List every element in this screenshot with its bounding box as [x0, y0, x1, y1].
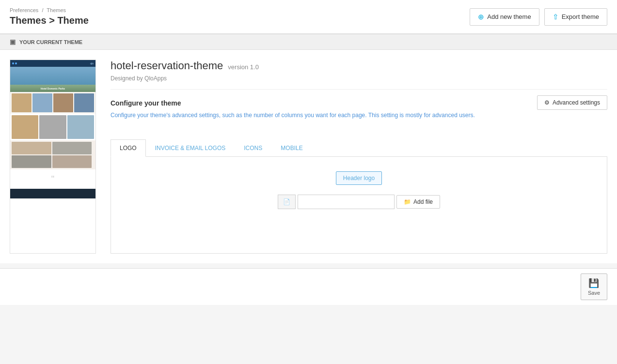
page-footer: 💾 Save	[0, 268, 617, 305]
file-input[interactable]	[298, 195, 395, 209]
theme-area: qlo Hotel Domenic Parks	[0, 50, 617, 263]
preview-amenity-4	[74, 93, 94, 112]
preview-logo: qlo	[90, 62, 94, 65]
header-logo-label: Header logo	[336, 171, 382, 185]
configure-desc-link[interactable]: theme's advanced settings	[150, 112, 219, 119]
preview-hero-text: Hotel Domenic Parks	[41, 87, 65, 90]
file-icon: 📄	[283, 198, 290, 205]
export-icon: ⇧	[553, 13, 559, 21]
breadcrumb-area: Preferences / Themes Themes > Theme	[10, 7, 89, 26]
preview-room-1	[12, 115, 38, 139]
folder-icon: 📁	[404, 198, 411, 205]
theme-designer: Designed by QloApps	[111, 75, 607, 90]
preview-nav-dot1	[12, 62, 14, 64]
main-content: ▣ YOUR CURRENT THEME qlo Hotel Domenic P…	[0, 34, 617, 263]
preview-testimonials: "	[10, 169, 95, 189]
preview-room-2	[39, 115, 66, 139]
preview-our-room-4	[52, 155, 92, 168]
preview-room-3	[67, 115, 94, 139]
file-upload-row: 📄 📁 Add file	[278, 195, 440, 209]
tabs-section: LOGO INVOICE & EMAIL LOGOS ICONS MOBILE …	[111, 139, 607, 254]
export-theme-button[interactable]: ⇧ Export theme	[544, 8, 607, 26]
preview-amenity-3	[53, 93, 73, 112]
configure-text: Configure your theme Configure your them…	[111, 99, 527, 130]
breadcrumb-preferences-link[interactable]: Preferences	[10, 7, 38, 13]
theme-name: hotel-reservation-theme	[111, 60, 223, 72]
preview-our-room-3	[12, 155, 51, 168]
tabs-content: Header logo 📄 📁 Add file	[111, 157, 607, 254]
add-icon: ⊕	[478, 13, 484, 21]
preview-our-room-2	[52, 142, 92, 154]
theme-version: version 1.0	[228, 63, 259, 71]
breadcrumb: Preferences / Themes	[10, 7, 89, 13]
preview-amenity-2	[32, 93, 52, 112]
gear-icon: ⚙	[544, 99, 550, 106]
configure-title: Configure your theme	[111, 99, 527, 107]
theme-info: hotel-reservation-theme version 1.0 Desi…	[111, 60, 607, 254]
advanced-settings-button[interactable]: ⚙ Advanced settings	[537, 95, 607, 110]
tab-invoice[interactable]: INVOICE & EMAIL LOGOS	[146, 139, 235, 156]
tab-mobile[interactable]: MOBILE	[271, 139, 312, 156]
save-button[interactable]: 💾 Save	[581, 273, 607, 300]
breadcrumb-themes-link[interactable]: Themes	[47, 7, 66, 13]
page-title: Themes > Theme	[10, 15, 89, 26]
tabs-nav: LOGO INVOICE & EMAIL LOGOS ICONS MOBILE	[111, 139, 607, 157]
preview-our-room-1	[12, 142, 51, 154]
configure-desc-part1: Configure your	[111, 112, 150, 119]
top-bar: Preferences / Themes Themes > Theme ⊕ Ad…	[0, 0, 617, 34]
tab-logo[interactable]: LOGO	[111, 139, 146, 157]
theme-preview: qlo Hotel Domenic Parks	[10, 60, 96, 254]
configure-row: Configure your theme Configure your them…	[111, 99, 607, 130]
configure-desc-part2: , such as the number of columns you want…	[219, 112, 475, 119]
section-title: YOUR CURRENT THEME	[19, 39, 82, 45]
configure-desc: Configure your theme's advanced settings…	[111, 111, 527, 120]
preview-amenity-1	[12, 93, 32, 112]
tab-icons[interactable]: ICONS	[235, 139, 271, 156]
preview-nav-dot2	[15, 62, 17, 64]
breadcrumb-separator: /	[42, 7, 43, 13]
add-file-button[interactable]: 📁 Add file	[396, 195, 440, 209]
save-label: Save	[588, 290, 600, 296]
preview-quote-icon: "	[51, 175, 54, 183]
header-logo-area: Header logo 📄 📁 Add file	[121, 171, 597, 209]
theme-section-icon: ▣	[10, 38, 16, 46]
preview-amenities	[10, 92, 95, 114]
file-browse-button[interactable]: 📄	[278, 195, 296, 209]
preview-rooms	[10, 114, 95, 140]
preview-nav: qlo	[10, 60, 95, 67]
theme-name-row: hotel-reservation-theme version 1.0	[111, 60, 607, 72]
header-buttons: ⊕ Add new theme ⇧ Export theme	[470, 8, 607, 26]
save-icon: 💾	[588, 278, 599, 288]
section-header: ▣ YOUR CURRENT THEME	[0, 34, 617, 50]
preview-our-rooms	[10, 140, 95, 169]
preview-hero: Hotel Domenic Parks	[10, 67, 95, 92]
add-new-theme-button[interactable]: ⊕ Add new theme	[470, 8, 539, 26]
preview-footer	[10, 189, 95, 198]
